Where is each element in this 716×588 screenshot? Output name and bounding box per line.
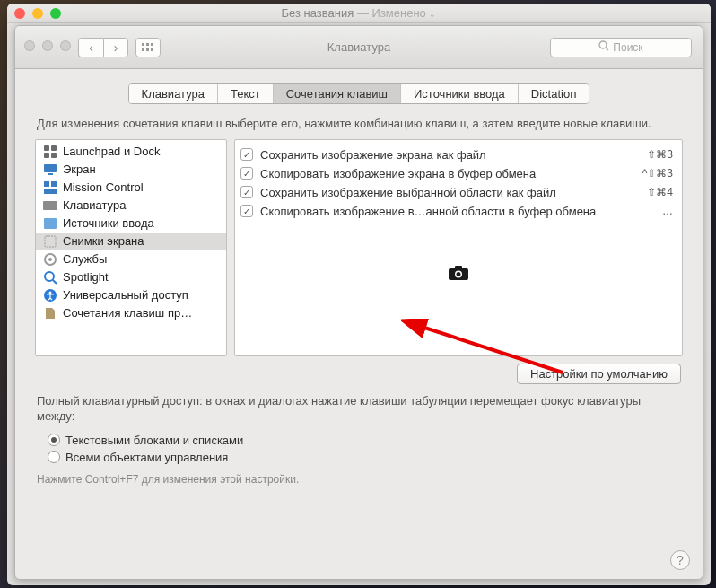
sidebar-item-launchpad[interactable]: Launchpad и Dock [36, 143, 226, 161]
svg-rect-15 [51, 181, 57, 187]
inner-traffic-lights [24, 40, 71, 51]
sidebar-item-label: Клавиатура [63, 198, 126, 212]
search-placeholder: Поиск [613, 41, 642, 54]
checkbox[interactable]: ✓ [240, 148, 253, 161]
shortcut-label: Скопировать изображение экрана в буфер о… [260, 167, 635, 180]
tab-0[interactable]: Клавиатура [129, 84, 218, 103]
category-sidebar[interactable]: Launchpad и DockЭкранMission ControlКлав… [35, 139, 227, 356]
sidebar-item-label: Mission Control [63, 180, 144, 194]
camera-icon [449, 266, 468, 285]
close-button[interactable] [14, 8, 25, 19]
sidebar-item-app[interactable]: Сочетания клавиш пр… [36, 304, 226, 322]
checkbox[interactable]: ✓ [240, 186, 253, 198]
navigation-buttons: ‹ › [78, 38, 128, 57]
shortcut-row[interactable]: ✓Скопировать изображение в…анной области… [239, 202, 675, 221]
svg-point-21 [48, 258, 52, 261]
svg-rect-14 [44, 181, 49, 187]
shortcut-label: Сохранить изображение выбранной области … [260, 186, 640, 199]
svg-rect-17 [43, 201, 57, 210]
svg-rect-12 [44, 164, 57, 172]
close-button[interactable] [24, 40, 35, 51]
sidebar-item-screenshot[interactable]: Снимки экрана [36, 233, 226, 250]
radio-button[interactable] [48, 451, 60, 463]
outer-window-title: Без названия [282, 6, 354, 20]
outer-window-changed: — Изменено [357, 6, 426, 20]
input-icon [43, 216, 57, 231]
sidebar-item-keyboard[interactable]: Клавиатура [36, 197, 226, 215]
tab-3[interactable]: Источники ввода [401, 84, 519, 103]
svg-rect-11 [51, 153, 57, 158]
svg-rect-3 [142, 48, 144, 51]
shortcut-keys[interactable]: … [662, 205, 673, 217]
shortcut-keys[interactable]: ^⇧⌘3 [642, 167, 673, 180]
tab-1[interactable]: Текст [218, 84, 274, 103]
svg-point-25 [49, 291, 52, 294]
chevron-down-icon[interactable]: ⌄ [429, 10, 436, 19]
svg-rect-16 [44, 189, 57, 194]
svg-point-29 [457, 272, 461, 276]
content-area: КлавиатураТекстСочетания клавишИсточники… [15, 69, 703, 498]
outer-window-titlebar[interactable]: Без названия — Изменено ⌄ [7, 4, 711, 23]
maximize-button[interactable] [60, 40, 71, 51]
checkbox[interactable]: ✓ [240, 167, 253, 180]
back-button[interactable]: ‹ [78, 38, 103, 57]
tab-4[interactable]: Dictation [519, 84, 589, 103]
svg-rect-19 [45, 236, 56, 247]
sidebar-item-label: Источники ввода [63, 216, 154, 230]
svg-rect-0 [142, 43, 144, 46]
sidebar-item-label: Службы [63, 252, 107, 266]
toolbar: ‹ › Клавиатура Поиск [15, 26, 703, 69]
sidebar-item-input[interactable]: Источники ввода [36, 215, 226, 233]
radio-option-0[interactable]: Текстовыми блоками и списками [48, 432, 681, 449]
app-icon [43, 306, 57, 320]
radio-option-1[interactable]: Всеми объектами управления [48, 449, 681, 466]
grid-icon [142, 43, 154, 52]
help-button[interactable]: ? [670, 550, 690, 570]
sidebar-item-label: Снимки экрана [63, 234, 144, 248]
shortcut-row[interactable]: ✓Сохранить изображение выбранной области… [239, 183, 675, 202]
sidebar-item-label: Универсальный доступ [63, 288, 188, 302]
outer-window: Без названия — Изменено ⌄ ‹ › Клавиатура [7, 4, 711, 585]
svg-rect-9 [51, 145, 57, 151]
sidebar-item-label: Сочетания клавиш пр… [63, 306, 192, 320]
tab-bar: КлавиатураТекстСочетания клавишИсточники… [35, 83, 683, 104]
radio-label: Текстовыми блоками и списками [65, 434, 243, 447]
shortcut-row[interactable]: ✓Сохранить изображение экрана как файл⇧⌘… [239, 145, 675, 164]
svg-rect-10 [44, 153, 49, 158]
system-preferences-window: ‹ › Клавиатура Поиск КлавиатураТекстСоче… [14, 25, 703, 580]
search-input[interactable]: Поиск [550, 38, 692, 57]
show-all-button[interactable] [135, 38, 161, 57]
svg-rect-27 [455, 266, 462, 269]
sidebar-item-mission[interactable]: Mission Control [36, 179, 226, 197]
spotlight-icon [43, 270, 57, 285]
radio-label: Всеми объектами управления [65, 451, 228, 464]
svg-line-23 [53, 280, 57, 284]
launchpad-icon [43, 145, 57, 159]
shortcut-row[interactable]: ✓Скопировать изображение экрана в буфер … [239, 164, 675, 183]
maximize-button[interactable] [50, 8, 61, 19]
defaults-row: Настройки по умолчанию [37, 364, 681, 384]
svg-rect-4 [146, 48, 149, 51]
minimize-button[interactable] [42, 40, 53, 51]
svg-rect-5 [151, 48, 153, 51]
tab-2[interactable]: Сочетания клавиш [274, 84, 401, 103]
radio-button[interactable] [48, 434, 60, 446]
services-icon [43, 252, 57, 267]
search-icon [598, 40, 609, 54]
shortcut-keys[interactable]: ⇧⌘4 [647, 186, 673, 198]
minimize-button[interactable] [32, 8, 43, 19]
sidebar-item-accessibility[interactable]: Универсальный доступ [36, 286, 226, 304]
sidebar-item-spotlight[interactable]: Spotlight [36, 268, 226, 286]
checkbox[interactable]: ✓ [240, 205, 253, 217]
accessibility-icon [43, 288, 57, 303]
forward-button[interactable]: › [103, 38, 128, 57]
shortcut-label: Сохранить изображение экрана как файл [260, 148, 640, 162]
shortcut-list[interactable]: ✓Сохранить изображение экрана как файл⇧⌘… [234, 139, 683, 356]
sidebar-item-services[interactable]: Службы [36, 250, 226, 268]
svg-rect-18 [44, 218, 57, 229]
shortcut-keys[interactable]: ⇧⌘3 [647, 148, 673, 161]
shortcut-label: Скопировать изображение в…анной области … [260, 205, 655, 218]
restore-defaults-button[interactable]: Настройки по умолчанию [517, 364, 681, 384]
radio-group: Текстовыми блоками и спискамиВсеми объек… [48, 432, 681, 466]
sidebar-item-display[interactable]: Экран [36, 161, 226, 179]
